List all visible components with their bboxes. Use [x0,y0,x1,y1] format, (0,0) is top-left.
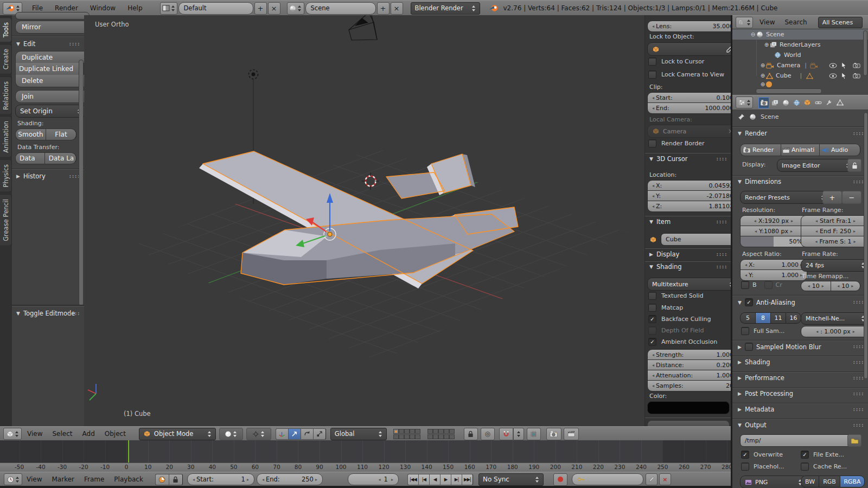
textured-solid-checkbox[interactable] [648,292,656,300]
timeline-menu-frame[interactable]: Frame [84,476,104,483]
layer-cell[interactable] [415,434,420,439]
scale-manipulator-button[interactable] [313,428,326,440]
animation-button[interactable]: Animati [781,144,819,156]
flat-button[interactable]: Flat [46,129,76,140]
frame-start-field[interactable]: ◂ Start: 1 ▸ [187,473,254,485]
pin-icon[interactable] [738,113,745,120]
lock-to-scene-button[interactable] [464,428,478,440]
tool-tab-create[interactable]: Create [0,44,12,74]
audio-button[interactable]: Audio [819,144,860,156]
file-format-dropdown[interactable]: PNG [740,476,807,488]
border-checkbox[interactable] [741,281,749,289]
current-frame-field[interactable]: ◂ 1 ▸ [348,473,399,485]
viewport-shading-dropdown[interactable] [219,428,243,440]
full-sample-checkbox[interactable] [741,327,749,335]
ao-attenuation-field[interactable]: ◂Attenuation: 1.000 [647,370,731,381]
metadata-panel-header[interactable]: ▶ Metadata [738,406,774,413]
topbar-menu-file[interactable]: File [32,4,43,12]
frame-start-field[interactable]: ◂Start Fra:1▸ [801,215,868,226]
rgb-button[interactable]: RGB [819,476,840,487]
item-name-field[interactable]: Cube [661,233,731,246]
layer-cell[interactable] [444,429,449,434]
jump-to-start-button[interactable]: |◀◀ [407,474,418,485]
current-frame-line[interactable] [128,440,129,463]
lock-object-field[interactable] [647,42,731,56]
tab-data[interactable] [834,97,845,108]
aa-filter-dropdown[interactable]: Mitchell-Ne... [801,312,868,325]
motion-blur-checkbox[interactable] [745,343,753,351]
panel-grip-icon[interactable]: :::: [853,391,864,396]
history-panel-header[interactable]: ▶ History [16,172,46,180]
render-button[interactable]: Render [740,144,781,156]
layer-cell[interactable] [415,429,420,434]
shading-panel-header[interactable]: ▶ Shading [738,358,770,366]
snap-toggle-button[interactable] [499,428,513,440]
data-button[interactable]: Data [15,152,44,164]
tab-scene[interactable] [780,97,791,108]
lens-field[interactable]: ◂ Lens: 35.000 [647,21,731,32]
scene-name-field[interactable]: Scene [305,2,376,15]
panel-grip-icon[interactable]: :::: [853,407,864,412]
aa-samples-8-button[interactable]: 8 [755,312,770,324]
outliner-vscrollbar[interactable] [863,30,867,76]
outliner-row-world[interactable]: World [732,50,868,60]
tab-render[interactable] [758,97,769,108]
bw-button[interactable]: BW [801,476,819,487]
layer-cell[interactable] [410,429,415,434]
dimensions-panel-header[interactable]: ▼ Dimensions [738,178,781,185]
filter-size-field[interactable]: ◂: 1.000 px▸ [801,326,868,337]
renderability-camera-icon[interactable] [853,73,860,79]
airplane-mesh[interactable] [199,151,518,288]
jump-prev-keyframe-button[interactable]: |◀ [418,474,429,485]
layer-cell[interactable] [427,429,433,434]
panel-grip-icon[interactable]: :::: [853,299,864,305]
timeline-ruler[interactable]: -50-40-30-20-100102030405060708090100110… [0,463,731,472]
panel-grip-icon[interactable]: :::: [717,264,727,269]
ao-color-swatch[interactable] [647,401,730,414]
resolution-x-field[interactable]: ◂X:1920 px▸ [740,215,807,226]
ao-strength-field[interactable]: ◂Strength: 1.000 [647,349,731,360]
proportional-edit-button[interactable]: ◎ [481,428,495,440]
insert-keyframe-button[interactable] [646,473,658,485]
outliner-row-partial[interactable]: ⊕ [732,81,868,87]
timeline-menu-marker[interactable]: Marker [52,476,74,483]
expand-icon[interactable]: ⊕ [760,62,766,68]
lock-frame-button[interactable] [169,474,183,485]
collapse-icon[interactable]: ⊖ [750,31,756,37]
motion-blur-panel-header[interactable]: ▶ Sampled Motion Blur [738,343,821,351]
browse-output-button[interactable] [847,434,861,447]
playback-range-button[interactable] [155,474,169,485]
aspect-x-field[interactable]: ◂X: 1.000▸ [740,259,807,270]
outliner-row-renderlayers[interactable]: ⊕ RenderLayers [732,40,868,50]
panel-grip-icon[interactable]: :::: [69,41,80,47]
cursor-x-field[interactable]: ◂X: 0.04592 [647,180,731,191]
outliner-menu-search[interactable]: Search [784,18,807,26]
expand-icon[interactable]: ⊕ [763,42,770,48]
screen-layout-name-field[interactable]: Default [178,2,253,15]
auto-keyframe-button[interactable] [553,473,567,486]
output-path-field[interactable]: /tmp/ [740,434,856,447]
viewport-menu-object[interactable]: Object [105,430,126,438]
snap-element-dropdown[interactable] [513,428,524,440]
visibility-eye-icon[interactable] [829,73,837,79]
selectability-cursor-icon[interactable] [841,62,846,69]
opengl-render-anim-button[interactable] [564,428,579,440]
display-panel-header[interactable]: ▶ Display [649,251,679,258]
jump-to-end-button[interactable]: ▶▶| [462,474,473,485]
frame-end-field[interactable]: ◂ End: 250 ▸ [257,473,323,485]
backface-culling-checkbox[interactable]: ✓ [648,315,656,323]
panel-grip-icon[interactable]: :::: [717,252,727,257]
tab-modifiers[interactable] [824,97,834,108]
rotate-manipulator-button[interactable] [301,428,313,440]
shading-mode-dropdown[interactable]: Multitexture [647,278,731,291]
frame-step-field[interactable]: ◂Frame S: 1▸ [801,236,868,247]
outliner-row-cube[interactable]: ⊕ Cube | [732,70,868,81]
tool-tab-animation[interactable]: Animation [0,116,12,158]
layer-cell[interactable] [438,434,444,439]
tab-constraints[interactable] [813,97,824,108]
topbar-menu-render[interactable]: Render [55,4,78,12]
viewport-menu-view[interactable]: View [27,430,42,438]
sync-mode-dropdown[interactable]: No Sync [478,473,544,486]
topbar-menu-help[interactable]: Help [127,4,142,12]
display-lock-button[interactable] [847,159,861,172]
